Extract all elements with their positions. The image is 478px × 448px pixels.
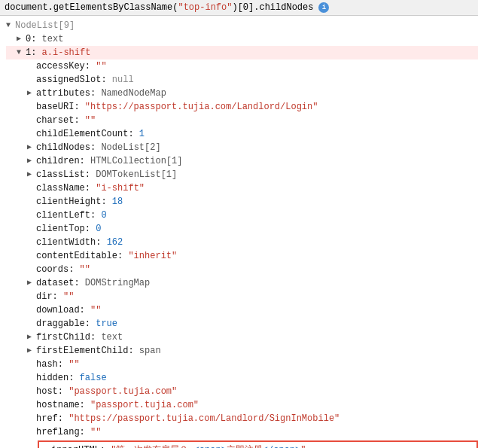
prop-accesskey: accessKey: "" xyxy=(6,59,478,73)
prop-dataset[interactable]: dataset: DOMStringMap xyxy=(6,276,478,290)
info-icon[interactable]: i xyxy=(318,2,329,13)
prop-firstchild-arrow[interactable] xyxy=(27,331,36,343)
prop-classname: className: "i-shift" xyxy=(6,181,478,195)
prop-dir: dir: "" xyxy=(6,290,478,303)
prop-clientwidth-key: clientWidth: xyxy=(36,236,107,248)
prop-download-val: "" xyxy=(90,304,101,316)
node-0-arrow[interactable] xyxy=(17,33,26,45)
prop-baseuri: baseURI: "https://passport.tujia.com/Lan… xyxy=(6,100,478,114)
devtools-panel: document.getElementsByClassName("top-inf… xyxy=(0,0,478,448)
prop-href: href: "https://passport.tujia.com/Landlo… xyxy=(6,412,478,425)
prop-clientleft-val: 0 xyxy=(101,209,106,221)
prop-draggable-val: true xyxy=(96,318,117,330)
prop-classlist-val: DOMTokenList[1] xyxy=(96,169,177,181)
prop-hidden-val: false xyxy=(80,372,107,384)
prop-assignedslot-key: assignedSlot: xyxy=(36,74,112,86)
prop-classname-key: className: xyxy=(36,182,96,194)
nodelist-root[interactable]: NodeList[9] xyxy=(6,19,478,32)
prop-hidden: hidden: false xyxy=(6,371,478,385)
node-1-arrow[interactable] xyxy=(17,47,26,59)
prop-hostname-val: "passport.tujia.com" xyxy=(90,399,199,411)
prop-attributes-key: attributes: xyxy=(36,87,101,99)
prop-clienttop-key: clientTop: xyxy=(36,223,96,235)
prop-innerhtml-key: innerHTML: xyxy=(51,444,111,448)
prop-dataset-arrow[interactable] xyxy=(27,277,36,289)
prop-childnodes-val: NodeList[2] xyxy=(101,142,160,154)
prop-hostname-key: hostname: xyxy=(36,399,90,411)
prop-clientheight-val: 18 xyxy=(112,196,123,208)
prop-childelementcount-val: 1 xyxy=(139,128,145,140)
node-0[interactable]: 0: text xyxy=(6,32,478,46)
prop-classname-val: "i-shift" xyxy=(96,182,145,194)
prop-assignedslot-val: null xyxy=(112,74,134,86)
prop-children-key: children: xyxy=(36,155,90,167)
prop-clientwidth-val: 162 xyxy=(107,236,123,248)
prop-innerhtml-val: "第一次发布房屋？ <span>立即注册</span>" xyxy=(111,444,306,448)
prop-classlist-key: classList: xyxy=(36,169,96,181)
prop-attributes-arrow[interactable] xyxy=(27,87,36,99)
prop-children-val: HTMLCollection[1] xyxy=(90,155,182,167)
prop-baseuri-val: "https://passport.tujia.com/Landlord/Log… xyxy=(85,101,318,113)
prop-clienttop-val: 0 xyxy=(96,223,101,235)
prop-hash-key: hash: xyxy=(36,358,69,370)
prop-coords: coords: "" xyxy=(6,263,478,276)
prop-charset: charset: "" xyxy=(6,114,478,127)
prop-attributes-val: NamedNodeMap xyxy=(101,87,166,99)
prop-clientleft-key: clientLeft: xyxy=(36,209,101,221)
node-1-key: 1: xyxy=(26,47,42,59)
prop-children-arrow[interactable] xyxy=(27,155,36,167)
prop-clientheight-key: clientHeight: xyxy=(36,196,112,208)
prop-childnodes[interactable]: childNodes: NodeList[2] xyxy=(6,141,478,154)
prop-hreflang-key: hreflang: xyxy=(36,426,90,438)
prop-attributes[interactable]: attributes: NamedNodeMap xyxy=(6,87,478,100)
prop-contenteditable-key: contentEditable: xyxy=(36,250,128,262)
prop-childnodes-arrow[interactable] xyxy=(27,142,36,154)
prop-children[interactable]: children: HTMLCollection[1] xyxy=(6,154,478,168)
prop-download: download: "" xyxy=(6,303,478,317)
root-arrow[interactable] xyxy=(6,20,15,32)
prop-accesskey-key: accessKey: xyxy=(36,60,96,72)
prop-hidden-key: hidden: xyxy=(36,372,80,384)
prop-dir-val: "" xyxy=(63,291,74,303)
prop-charset-key: charset: xyxy=(36,114,85,126)
prop-clientwidth: clientWidth: 162 xyxy=(6,236,478,249)
prop-href-val: "https://passport.tujia.com/Landlord/Sig… xyxy=(69,413,339,425)
prop-firstchild-key: firstChild: xyxy=(36,331,101,343)
prop-hreflang: hreflang: "" xyxy=(6,425,478,439)
prop-contenteditable: contentEditable: "inherit" xyxy=(6,249,478,263)
prop-clientheight: clientHeight: 18 xyxy=(6,195,478,209)
prop-clienttop: clientTop: 0 xyxy=(6,222,478,236)
prop-contenteditable-val: "inherit" xyxy=(128,250,177,262)
prop-coords-key: coords: xyxy=(36,264,80,276)
prop-firstchild[interactable]: firstChild: text xyxy=(6,331,478,344)
prop-firstelementchild[interactable]: firstElementChild: span xyxy=(6,344,478,358)
prop-draggable: draggable: true xyxy=(6,317,478,331)
prop-assignedslot: assignedSlot: null xyxy=(6,73,478,87)
prop-classlist[interactable]: classList: DOMTokenList[1] xyxy=(6,168,478,181)
prop-innerhtml: innerHTML: "第一次发布房屋？ <span>立即注册</span>" xyxy=(42,443,473,448)
prop-childnodes-key: childNodes: xyxy=(36,142,101,154)
prop-hostname: hostname: "passport.tujia.com" xyxy=(6,398,478,412)
expr-text-1: document.getElementsByClassName( xyxy=(5,2,178,13)
prop-clientleft: clientLeft: 0 xyxy=(6,209,478,222)
prop-hreflang-val: "" xyxy=(90,426,101,438)
expr-text-2: )[0].childNodes xyxy=(232,2,313,13)
node-1[interactable]: 1: a.i-shift xyxy=(6,46,478,59)
prop-classlist-arrow[interactable] xyxy=(27,169,36,181)
prop-hash: hash: "" xyxy=(6,358,478,371)
prop-baseuri-key: baseURI: xyxy=(36,101,85,113)
prop-href-key: href: xyxy=(36,413,69,425)
prop-download-key: download: xyxy=(36,304,90,316)
prop-dataset-val: DOMStringMap xyxy=(85,277,150,289)
prop-dir-key: dir: xyxy=(36,291,63,303)
prop-dataset-key: dataset: xyxy=(36,277,85,289)
prop-childelementcount-key: childElementCount: xyxy=(36,128,139,140)
node-0-key: 0: xyxy=(26,33,42,45)
prop-charset-val: "" xyxy=(85,114,96,126)
prop-childelementcount: childElementCount: 1 xyxy=(6,127,478,141)
prop-firstelementchild-key: firstElementChild: xyxy=(36,345,139,357)
prop-firstelementchild-arrow[interactable] xyxy=(27,345,36,357)
prop-accesskey-val: "" xyxy=(96,60,106,72)
prop-firstelementchild-val: span xyxy=(139,345,161,357)
nodelist-label: NodeList[9] xyxy=(15,20,75,32)
